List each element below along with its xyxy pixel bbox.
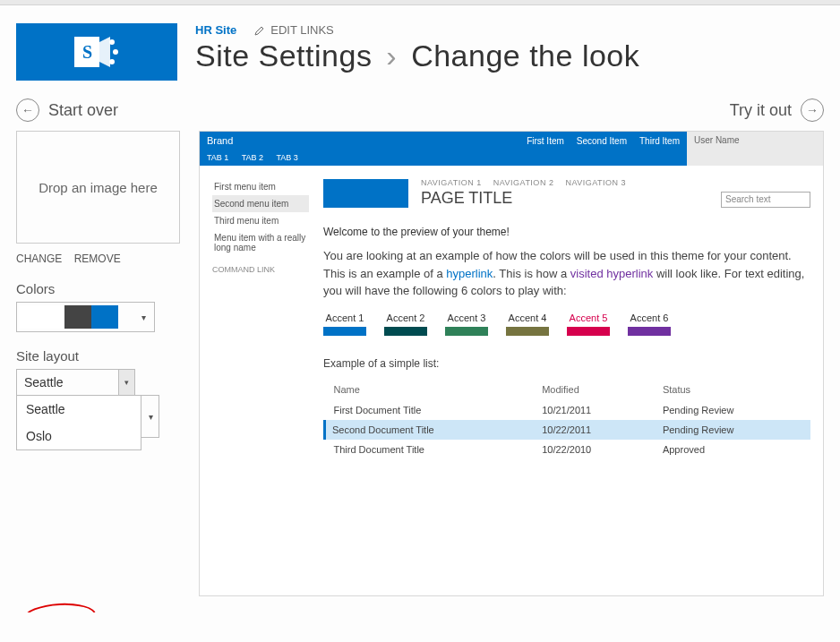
preview-user-name: User Name — [687, 132, 823, 166]
cell-status: Approved — [654, 440, 810, 459]
cell-modified: 10/21/2011 — [533, 400, 654, 420]
accent-bar — [567, 327, 610, 336]
preview-menu-item-3: Third menu item — [212, 212, 309, 229]
site-layout-options: Seattle Oslo — [16, 395, 141, 450]
arrow-left-icon: ← — [16, 98, 39, 122]
site-link[interactable]: HR Site — [195, 23, 236, 37]
accent-6: Accent 6 — [628, 312, 671, 336]
drop-zone-label: Drop an image here — [39, 180, 158, 195]
color-swatch-white — [20, 305, 64, 329]
header-top-links: HR Site EDIT LINKS — [195, 23, 824, 37]
layout-option-seattle[interactable]: Seattle — [17, 396, 141, 423]
preview-nav-2: NAVIGATION 2 — [493, 178, 554, 187]
accent-bar — [445, 327, 488, 336]
accent-4: Accent 4 — [506, 312, 549, 336]
col-status: Status — [654, 379, 810, 400]
preview-search-wrap: Search text — [721, 192, 810, 208]
cell-status: Pending Review — [654, 400, 810, 420]
preview-title-block: NAVIGATION 1 NAVIGATION 2 NAVIGATION 3 P… — [421, 178, 635, 208]
col-name: Name — [325, 379, 534, 400]
table-row: Third Document Title10/22/2010Approved — [325, 440, 811, 459]
svg-point-3 — [113, 49, 118, 55]
edit-links-button[interactable]: EDIT LINKS — [254, 23, 334, 37]
preview-text-mid: . This is how a — [493, 267, 570, 280]
settings-sidebar: Drop an image here CHANGE REMOVE Colors … — [16, 131, 183, 596]
preview-brand-wrap: Brand First Item Second Item Third Item … — [200, 132, 687, 166]
svg-point-4 — [109, 59, 115, 64]
colors-dropdown[interactable]: ▾ — [16, 302, 155, 332]
preview-menu-item-4: Menu item with a really long name — [212, 229, 309, 256]
cell-modified: 10/22/2010 — [533, 440, 654, 459]
chevron-down-icon: ▾ — [118, 370, 134, 395]
accent-2: Accent 2 — [384, 312, 427, 336]
image-drop-zone[interactable]: Drop an image here — [16, 131, 180, 244]
preview-menu-item-1: First menu item — [212, 178, 309, 195]
edit-links-label: EDIT LINKS — [270, 23, 334, 37]
content: Drop an image here CHANGE REMOVE Colors … — [0, 122, 840, 612]
preview-brand-items: First Item Second Item Third Item — [527, 136, 680, 146]
preview-welcome-text: Welcome to the preview of your theme! — [323, 226, 810, 238]
accent-label: Accent 3 — [445, 312, 488, 323]
preview-nav: NAVIGATION 1 NAVIGATION 2 NAVIGATION 3 — [421, 178, 635, 187]
accent-label: Accent 4 — [506, 312, 549, 323]
preview-item-2: Second Item — [577, 136, 627, 146]
colors-label: Colors — [16, 281, 183, 296]
accent-bar — [384, 327, 427, 336]
preview-page-title: PAGE TITLE — [421, 189, 635, 208]
remove-image-button[interactable]: REMOVE — [74, 253, 121, 265]
preview-brand-bar: Brand First Item Second Item Third Item — [200, 132, 687, 150]
preview-body: First menu item Second menu item Third m… — [200, 166, 823, 477]
breadcrumb-separator: › — [386, 39, 397, 73]
annotation-circle — [23, 602, 96, 612]
preview-tab-1: TAB 1 — [207, 153, 228, 162]
accent-label: Accent 1 — [323, 312, 366, 323]
table-row: First Document Title10/21/2011Pending Re… — [325, 400, 811, 420]
sharepoint-logo[interactable]: S — [16, 23, 177, 81]
cell-name: Second Document Title — [325, 420, 534, 440]
cell-name: Third Document Title — [325, 440, 534, 459]
preview-table: Name Modified Status First Document Titl… — [323, 379, 810, 459]
preview-nav-3: NAVIGATION 3 — [565, 178, 626, 187]
breadcrumb: Site Settings › Change the look — [195, 39, 824, 73]
preview-brand-row: Brand First Item Second Item Third Item … — [200, 132, 823, 166]
header: S HR Site EDIT LINKS Site Settings › Cha… — [0, 5, 840, 90]
preview-command-link: COMMAND LINK — [212, 265, 309, 274]
preview-accents: Accent 1Accent 2Accent 3Accent 4Accent 5… — [323, 312, 810, 336]
preview-tab-3: TAB 3 — [276, 153, 297, 162]
preview-menu-item-2: Second menu item — [212, 195, 309, 212]
site-layout-value: Seattle — [24, 375, 64, 389]
header-right: HR Site EDIT LINKS Site Settings › Chang… — [195, 23, 824, 81]
start-over-button[interactable]: ← Start over — [16, 98, 118, 122]
preview-side-menu: First menu item Second menu item Third m… — [212, 178, 309, 459]
site-layout-label: Site layout — [16, 348, 183, 364]
action-bar: ← Start over Try it out → — [0, 90, 840, 122]
preview-visited-hyperlink: visited hyperlink — [570, 267, 654, 280]
change-image-button[interactable]: CHANGE — [16, 253, 62, 265]
preview-body-text: You are looking at an example of how the… — [323, 247, 810, 300]
accent-label: Accent 2 — [384, 312, 427, 323]
cell-name: First Document Title — [325, 400, 534, 420]
pencil-icon — [254, 25, 265, 36]
site-layout-dropdown[interactable]: Seattle ▾ — [16, 369, 135, 396]
col-modified: Modified — [533, 379, 654, 400]
accent-label: Accent 5 — [567, 312, 610, 323]
accent-1: Accent 1 — [323, 312, 366, 336]
breadcrumb-1[interactable]: Site Settings — [195, 39, 372, 73]
accent-bar — [628, 327, 671, 336]
preview-logo-block — [323, 179, 408, 208]
preview-item-3: Third Item — [639, 136, 680, 146]
try-it-out-button[interactable]: Try it out → — [730, 98, 824, 122]
color-swatch-dark — [64, 305, 91, 329]
layout-option-oslo[interactable]: Oslo — [17, 423, 141, 449]
chevron-down-icon: ▾ — [135, 312, 151, 322]
preview-main: NAVIGATION 1 NAVIGATION 2 NAVIGATION 3 P… — [323, 178, 810, 459]
accent-3: Accent 3 — [445, 312, 488, 336]
svg-text:S: S — [82, 42, 92, 62]
theme-preview: Brand First Item Second Item Third Item … — [199, 131, 824, 596]
chevron-down-icon: ▾ — [149, 412, 153, 422]
preview-list-title: Example of a simple list: — [323, 357, 810, 370]
accent-bar — [323, 327, 366, 336]
accent-bar — [506, 327, 549, 336]
try-it-out-label: Try it out — [730, 101, 792, 120]
preview-tab-2: TAB 2 — [242, 153, 263, 162]
